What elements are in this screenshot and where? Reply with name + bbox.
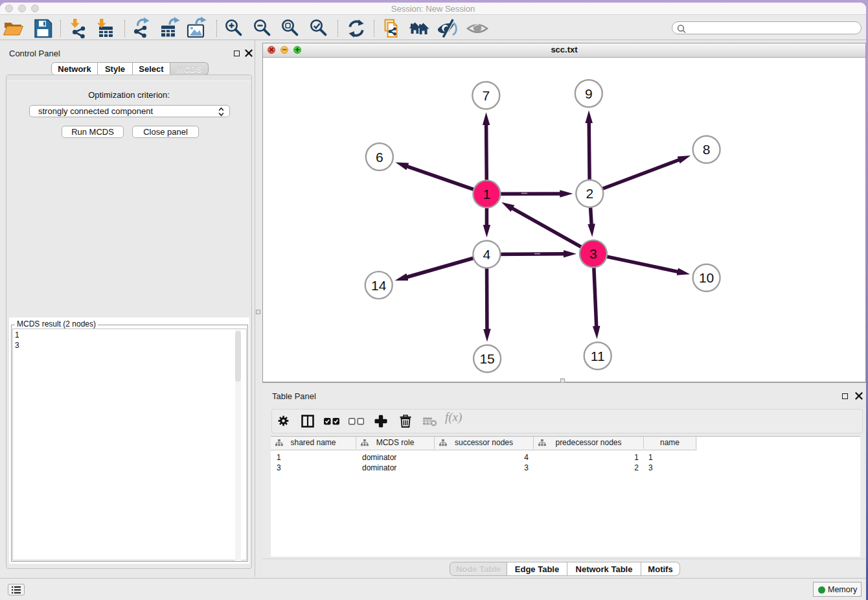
svg-text:4: 4 xyxy=(483,247,491,262)
svg-text:8: 8 xyxy=(703,142,711,157)
svg-text:10: 10 xyxy=(699,270,714,285)
svg-text:15: 15 xyxy=(479,351,494,366)
svg-text:3: 3 xyxy=(589,246,597,261)
svg-text:7: 7 xyxy=(482,88,490,103)
svg-text:14: 14 xyxy=(371,278,387,293)
svg-text:1: 1 xyxy=(483,187,491,202)
svg-text:6: 6 xyxy=(376,150,383,165)
svg-text:11: 11 xyxy=(591,349,605,363)
svg-text:2: 2 xyxy=(586,186,593,201)
svg-text:9: 9 xyxy=(585,86,593,101)
